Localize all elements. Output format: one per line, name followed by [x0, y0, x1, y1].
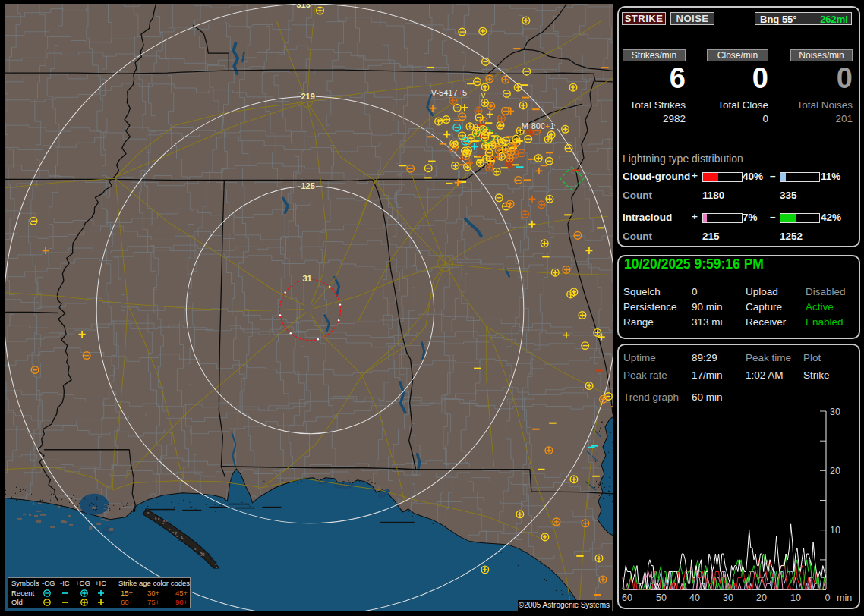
svg-text:20: 20 [756, 592, 767, 603]
svg-text:30: 30 [723, 592, 733, 603]
svg-text:0: 0 [825, 592, 831, 603]
svg-text:40: 40 [689, 592, 700, 603]
svg-text:50: 50 [656, 592, 667, 603]
svg-text:60: 60 [622, 592, 632, 603]
svg-text:20: 20 [830, 466, 840, 476]
svg-text:313: 313 [296, 4, 310, 9]
svg-text:31: 31 [302, 274, 311, 283]
svg-text:M-800+1-: M-800+1- [522, 121, 558, 130]
svg-text:V-5417+5: V-5417+5 [431, 88, 467, 97]
svg-text:10: 10 [830, 525, 840, 536]
svg-text:125: 125 [301, 181, 314, 190]
svg-text:min: min [837, 592, 852, 603]
svg-text:10: 10 [790, 592, 801, 603]
svg-text:219: 219 [301, 92, 314, 101]
svg-text:30: 30 [830, 407, 840, 417]
svg-text:v: v [481, 90, 486, 99]
